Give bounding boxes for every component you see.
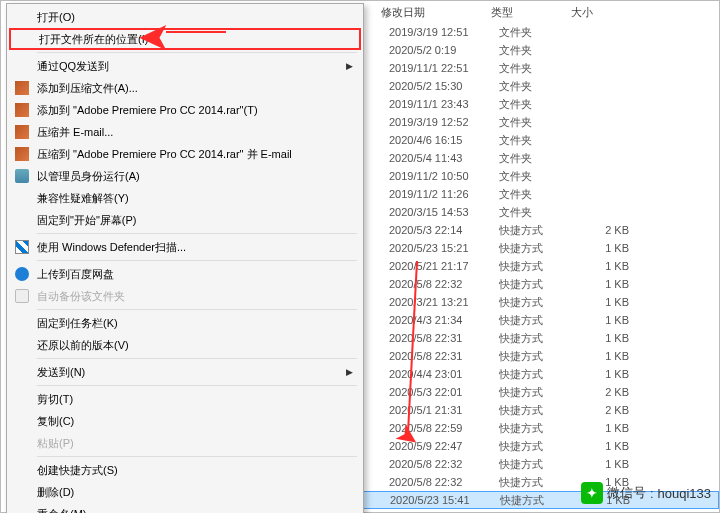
menu-qq-send[interactable]: 通过QQ发送到▶	[9, 55, 361, 77]
file-date: 2020/3/15 14:53	[389, 206, 499, 218]
menu-defender-scan[interactable]: 使用 Windows Defender扫描...	[9, 236, 361, 258]
file-type: 快捷方式	[499, 277, 579, 292]
annotation-arrow-icon: ➤	[139, 16, 169, 58]
file-date: 2020/5/3 22:01	[389, 386, 499, 398]
menu-rename[interactable]: 重命名(M)	[9, 503, 361, 513]
menu-separator	[37, 233, 357, 234]
menu-add-compress[interactable]: 添加到压缩文件(A)...	[9, 77, 361, 99]
file-type: 文件夹	[499, 61, 579, 76]
file-date: 2020/5/8 22:32	[389, 458, 499, 470]
menu-add-rar[interactable]: 添加到 "Adobe Premiere Pro CC 2014.rar"(T)	[9, 99, 361, 121]
menu-cut[interactable]: 剪切(T)	[9, 388, 361, 410]
archive-icon	[13, 79, 31, 97]
wechat-label: 微信号	[607, 484, 646, 502]
menu-compress-rar-email[interactable]: 压缩到 "Adobe Premiere Pro CC 2014.rar" 并 E…	[9, 143, 361, 165]
header-type[interactable]: 类型	[491, 5, 571, 20]
shield-icon	[13, 167, 31, 185]
file-size: 1 KB	[579, 332, 629, 344]
file-type: 快捷方式	[499, 295, 579, 310]
menu-auto-backup: 自动备份该文件夹	[9, 285, 361, 307]
file-type: 快捷方式	[499, 475, 579, 490]
archive-icon	[13, 145, 31, 163]
file-type: 快捷方式	[499, 331, 579, 346]
file-date: 2020/5/8 22:31	[389, 332, 499, 344]
file-type: 快捷方式	[499, 259, 579, 274]
file-type: 快捷方式	[499, 421, 579, 436]
file-date: 2020/4/6 16:15	[389, 134, 499, 146]
cloud-icon	[13, 265, 31, 283]
file-size: 2 KB	[579, 224, 629, 236]
file-size: 1 KB	[579, 350, 629, 362]
file-date: 2020/5/8 22:32	[389, 476, 499, 488]
file-type: 快捷方式	[499, 223, 579, 238]
file-date: 2020/5/2 0:19	[389, 44, 499, 56]
context-menu: 打开(O) 打开文件所在的位置(I) 通过QQ发送到▶ 添加到压缩文件(A)..…	[6, 3, 364, 513]
file-size: 2 KB	[579, 386, 629, 398]
file-size: 2 KB	[579, 404, 629, 416]
file-size: 1 KB	[579, 242, 629, 254]
submenu-arrow-icon: ▶	[346, 367, 353, 377]
file-type: 文件夹	[499, 187, 579, 202]
header-date[interactable]: 修改日期	[381, 5, 491, 20]
wechat-id: houqi133	[658, 486, 712, 501]
file-type: 快捷方式	[499, 403, 579, 418]
file-type: 快捷方式	[499, 385, 579, 400]
menu-compress-email[interactable]: 压缩并 E-mail...	[9, 121, 361, 143]
file-date: 2020/5/8 22:32	[389, 278, 499, 290]
header-size[interactable]: 大小	[571, 5, 631, 20]
file-type: 文件夹	[499, 115, 579, 130]
submenu-arrow-icon: ▶	[346, 61, 353, 71]
file-type: 文件夹	[499, 205, 579, 220]
menu-upload-baidu[interactable]: 上传到百度网盘	[9, 263, 361, 285]
file-type: 快捷方式	[499, 313, 579, 328]
menu-open[interactable]: 打开(O)	[9, 6, 361, 28]
file-date: 2019/3/19 12:51	[389, 26, 499, 38]
menu-separator	[37, 52, 357, 53]
file-date: 2020/3/21 13:21	[389, 296, 499, 308]
menu-separator	[37, 309, 357, 310]
file-type: 文件夹	[499, 151, 579, 166]
menu-separator	[37, 385, 357, 386]
wechat-watermark: ✦ 微信号:houqi133	[581, 482, 711, 504]
archive-icon	[13, 123, 31, 141]
menu-pin-taskbar[interactable]: 固定到任务栏(K)	[9, 312, 361, 334]
file-size: 1 KB	[579, 368, 629, 380]
file-type: 文件夹	[499, 43, 579, 58]
menu-delete[interactable]: 删除(D)	[9, 481, 361, 503]
menu-copy[interactable]: 复制(C)	[9, 410, 361, 432]
file-type: 文件夹	[499, 25, 579, 40]
file-type: 文件夹	[499, 79, 579, 94]
menu-create-shortcut[interactable]: 创建快捷方式(S)	[9, 459, 361, 481]
file-size: 1 KB	[579, 440, 629, 452]
file-type: 快捷方式	[499, 241, 579, 256]
menu-separator	[37, 358, 357, 359]
menu-separator	[37, 456, 357, 457]
file-date: 2019/11/2 11:26	[389, 188, 499, 200]
menu-send-to[interactable]: 发送到(N)▶	[9, 361, 361, 383]
file-date: 2019/11/2 10:50	[389, 170, 499, 182]
file-type: 文件夹	[499, 169, 579, 184]
file-type: 文件夹	[499, 97, 579, 112]
explorer-window: 修改日期 类型 大小 2019/3/19 12:51文件夹2020/5/2 0:…	[0, 0, 720, 513]
file-date: 2020/5/4 11:43	[389, 152, 499, 164]
wechat-icon: ✦	[581, 482, 603, 504]
menu-compat-troubleshoot[interactable]: 兼容性疑难解答(Y)	[9, 187, 361, 209]
file-size: 1 KB	[579, 314, 629, 326]
file-date: 2020/4/4 23:01	[389, 368, 499, 380]
file-date: 2020/5/1 21:31	[389, 404, 499, 416]
menu-pin-start[interactable]: 固定到"开始"屏幕(P)	[9, 209, 361, 231]
file-date: 2020/5/23 15:41	[390, 494, 500, 506]
file-date: 2020/5/3 22:14	[389, 224, 499, 236]
menu-paste: 粘贴(P)	[9, 432, 361, 454]
menu-restore-previous[interactable]: 还原以前的版本(V)	[9, 334, 361, 356]
folder-icon	[13, 287, 31, 305]
file-type: 快捷方式	[499, 439, 579, 454]
menu-run-admin[interactable]: 以管理员身份运行(A)	[9, 165, 361, 187]
file-date: 2019/3/19 12:52	[389, 116, 499, 128]
file-date: 2020/5/8 22:31	[389, 350, 499, 362]
file-date: 2019/11/1 22:51	[389, 62, 499, 74]
file-type: 快捷方式	[499, 457, 579, 472]
column-headers: 修改日期 类型 大小	[381, 1, 719, 23]
file-size: 1 KB	[579, 296, 629, 308]
defender-icon	[13, 238, 31, 256]
